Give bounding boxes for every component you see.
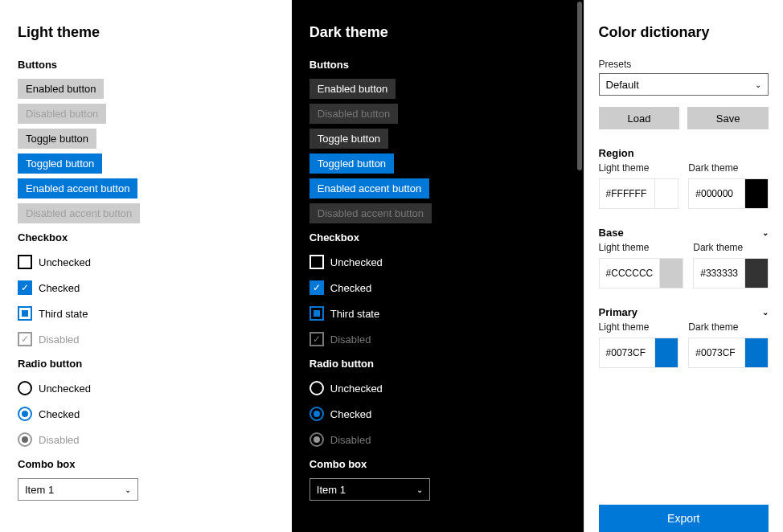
- combo-value: Item 1: [25, 484, 54, 496]
- radio-icon: [310, 381, 324, 395]
- radio-disabled: Disabled: [18, 429, 274, 450]
- section-title: Region: [599, 147, 634, 159]
- radio-label: Disabled: [39, 434, 80, 446]
- checkbox-label: Disabled: [330, 334, 371, 346]
- checkbox-third[interactable]: Third state: [18, 303, 274, 324]
- checkbox-checked-icon: [18, 280, 32, 295]
- disabled-accent-button: Disabled accent button: [18, 203, 140, 223]
- radio-label: Checked: [39, 408, 80, 420]
- checkbox-icon: [310, 255, 324, 269]
- light-radio-heading: Radio button: [18, 358, 274, 370]
- radio-disabled-icon: [310, 432, 324, 447]
- chevron-down-icon: ⌄: [125, 485, 131, 494]
- checkbox-third-icon: [18, 306, 32, 321]
- checkbox-icon: [18, 255, 32, 269]
- base-dark-input[interactable]: #333333: [693, 258, 744, 289]
- checkbox-third-icon: [310, 306, 324, 321]
- light-combo-heading: Combo box: [18, 458, 274, 470]
- presets-select[interactable]: Default ⌄: [599, 73, 769, 96]
- radio-unchecked[interactable]: Unchecked: [310, 378, 566, 399]
- primary-light-input[interactable]: #0073CF: [599, 338, 655, 368]
- chevron-down-icon: ⌄: [755, 80, 761, 89]
- col-label-dark: Dark theme: [688, 162, 769, 174]
- section-title: Primary: [599, 306, 637, 318]
- dark-combo-heading: Combo box: [310, 458, 566, 470]
- region-section: Region Light theme #FFFFFF Dark theme #0…: [599, 147, 769, 209]
- checkbox-label: Unchecked: [330, 256, 383, 268]
- checkbox-checked[interactable]: Checked: [18, 277, 274, 298]
- toggled-button[interactable]: Toggled button: [310, 153, 394, 174]
- combo-box[interactable]: Item 1 ⌄: [310, 478, 430, 501]
- combo-value: Item 1: [317, 484, 346, 496]
- toggle-button[interactable]: Toggle button: [18, 129, 96, 149]
- chevron-down-icon: ⌄: [416, 485, 423, 494]
- checkbox-disabled-icon: [18, 332, 32, 346]
- color-dictionary-pane: Color dictionary Presets Default ⌄ Load …: [584, 0, 783, 532]
- enabled-button[interactable]: Enabled button: [310, 79, 396, 99]
- primary-light-swatch[interactable]: [654, 338, 678, 368]
- presets-label: Presets: [599, 59, 769, 70]
- toggle-button[interactable]: Toggle button: [310, 129, 388, 149]
- checkbox-disabled: Disabled: [310, 329, 566, 350]
- col-label-dark: Dark theme: [688, 321, 769, 333]
- dict-title: Color dictionary: [599, 24, 769, 41]
- base-light-swatch[interactable]: [659, 258, 683, 289]
- toggled-button[interactable]: Toggled button: [18, 153, 102, 174]
- save-button[interactable]: Save: [687, 107, 769, 129]
- dark-checkbox-heading: Checkbox: [310, 231, 566, 243]
- checkbox-label: Checked: [39, 282, 80, 294]
- radio-label: Disabled: [330, 434, 371, 446]
- checkbox-label: Unchecked: [39, 256, 91, 268]
- radio-disabled-icon: [18, 432, 32, 447]
- disabled-button: Disabled button: [310, 104, 398, 124]
- presets-value: Default: [606, 79, 639, 91]
- dark-radio-heading: Radio button: [310, 358, 566, 370]
- region-dark-swatch[interactable]: [744, 178, 769, 209]
- primary-dark-swatch[interactable]: [744, 338, 769, 368]
- checkbox-checked-icon: [310, 280, 324, 295]
- enabled-button[interactable]: Enabled button: [18, 79, 104, 99]
- checkbox-label: Checked: [330, 282, 371, 294]
- radio-checked[interactable]: Checked: [18, 403, 274, 424]
- col-label-dark: Dark theme: [693, 242, 769, 253]
- disabled-button: Disabled button: [18, 104, 106, 124]
- enabled-accent-button[interactable]: Enabled accent button: [18, 178, 137, 198]
- checkbox-unchecked[interactable]: Unchecked: [310, 252, 566, 272]
- dark-title: Dark theme: [310, 24, 566, 41]
- radio-icon: [18, 381, 32, 395]
- chevron-down-icon[interactable]: ⌄: [762, 228, 769, 237]
- radio-label: Checked: [330, 408, 371, 420]
- col-label-light: Light theme: [599, 242, 684, 253]
- primary-dark-input[interactable]: #0073CF: [688, 338, 744, 368]
- checkbox-third[interactable]: Third state: [310, 303, 566, 324]
- checkbox-label: Third state: [330, 308, 379, 320]
- light-buttons-heading: Buttons: [18, 59, 274, 71]
- checkbox-label: Third state: [39, 308, 88, 320]
- region-light-input[interactable]: #FFFFFF: [599, 178, 655, 209]
- checkbox-label: Disabled: [39, 334, 80, 346]
- light-checkbox-heading: Checkbox: [18, 231, 274, 243]
- region-light-swatch[interactable]: [654, 178, 678, 209]
- load-button[interactable]: Load: [599, 107, 680, 129]
- radio-label: Unchecked: [39, 383, 91, 395]
- base-dark-swatch[interactable]: [744, 258, 769, 289]
- checkbox-disabled: Disabled: [18, 329, 274, 350]
- radio-disabled: Disabled: [310, 429, 566, 450]
- radio-checked-icon: [310, 407, 324, 421]
- radio-label: Unchecked: [330, 383, 383, 395]
- export-button[interactable]: Export: [599, 505, 769, 532]
- checkbox-checked[interactable]: Checked: [310, 277, 566, 298]
- primary-section: Primary ⌄ Light theme #0073CF Dark theme…: [599, 306, 769, 368]
- base-light-input[interactable]: #CCCCCC: [599, 258, 660, 289]
- radio-checked-icon: [18, 407, 32, 421]
- region-dark-input[interactable]: #000000: [688, 178, 744, 209]
- radio-checked[interactable]: Checked: [310, 403, 566, 424]
- col-label-light: Light theme: [599, 321, 679, 333]
- radio-unchecked[interactable]: Unchecked: [18, 378, 274, 399]
- section-title: Base: [599, 227, 624, 239]
- checkbox-unchecked[interactable]: Unchecked: [18, 252, 274, 272]
- enabled-accent-button[interactable]: Enabled accent button: [310, 178, 429, 198]
- dark-buttons-heading: Buttons: [310, 59, 566, 71]
- combo-box[interactable]: Item 1 ⌄: [18, 478, 138, 501]
- chevron-down-icon[interactable]: ⌄: [762, 308, 769, 317]
